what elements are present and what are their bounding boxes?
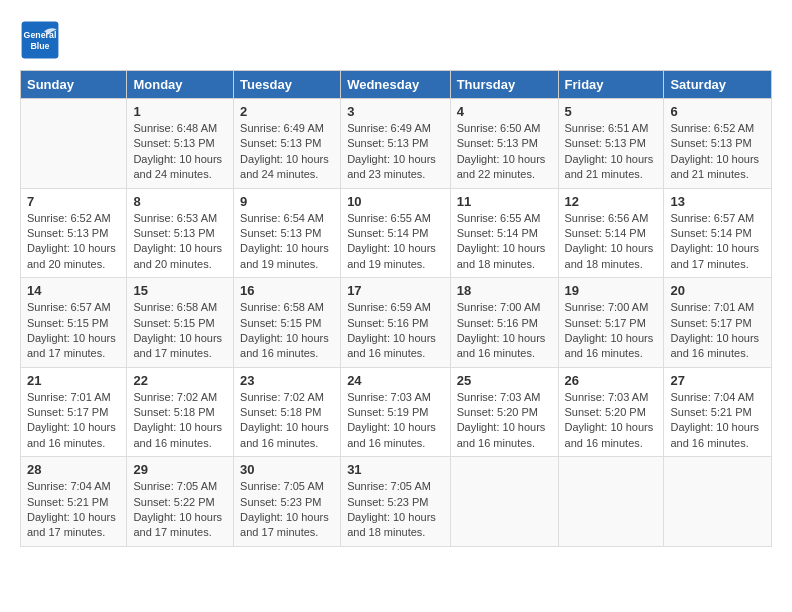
logo: General Blue: [20, 20, 64, 60]
calendar-cell: 2Sunrise: 6:49 AMSunset: 5:13 PMDaylight…: [234, 99, 341, 189]
day-info: Sunrise: 7:01 AMSunset: 5:17 PMDaylight:…: [670, 300, 765, 362]
day-number: 18: [457, 283, 552, 298]
weekday-row: SundayMondayTuesdayWednesdayThursdayFrid…: [21, 71, 772, 99]
day-number: 28: [27, 462, 120, 477]
day-number: 2: [240, 104, 334, 119]
calendar-week-2: 7Sunrise: 6:52 AMSunset: 5:13 PMDaylight…: [21, 188, 772, 278]
day-info: Sunrise: 6:54 AMSunset: 5:13 PMDaylight:…: [240, 211, 334, 273]
calendar-table: SundayMondayTuesdayWednesdayThursdayFrid…: [20, 70, 772, 547]
calendar-cell: [21, 99, 127, 189]
day-number: 5: [565, 104, 658, 119]
calendar-cell: 12Sunrise: 6:56 AMSunset: 5:14 PMDayligh…: [558, 188, 664, 278]
day-number: 29: [133, 462, 227, 477]
calendar-cell: 14Sunrise: 6:57 AMSunset: 5:15 PMDayligh…: [21, 278, 127, 368]
day-number: 16: [240, 283, 334, 298]
day-info: Sunrise: 7:02 AMSunset: 5:18 PMDaylight:…: [240, 390, 334, 452]
day-info: Sunrise: 7:01 AMSunset: 5:17 PMDaylight:…: [27, 390, 120, 452]
calendar-cell: 5Sunrise: 6:51 AMSunset: 5:13 PMDaylight…: [558, 99, 664, 189]
day-info: Sunrise: 6:55 AMSunset: 5:14 PMDaylight:…: [457, 211, 552, 273]
calendar-header: SundayMondayTuesdayWednesdayThursdayFrid…: [21, 71, 772, 99]
calendar-cell: 31Sunrise: 7:05 AMSunset: 5:23 PMDayligh…: [341, 457, 451, 547]
calendar-cell: 19Sunrise: 7:00 AMSunset: 5:17 PMDayligh…: [558, 278, 664, 368]
day-number: 3: [347, 104, 444, 119]
day-info: Sunrise: 7:02 AMSunset: 5:18 PMDaylight:…: [133, 390, 227, 452]
day-number: 4: [457, 104, 552, 119]
day-number: 7: [27, 194, 120, 209]
calendar-week-4: 21Sunrise: 7:01 AMSunset: 5:17 PMDayligh…: [21, 367, 772, 457]
day-info: Sunrise: 6:57 AMSunset: 5:14 PMDaylight:…: [670, 211, 765, 273]
weekday-header-saturday: Saturday: [664, 71, 772, 99]
day-number: 11: [457, 194, 552, 209]
day-number: 9: [240, 194, 334, 209]
calendar-cell: 9Sunrise: 6:54 AMSunset: 5:13 PMDaylight…: [234, 188, 341, 278]
day-info: Sunrise: 6:49 AMSunset: 5:13 PMDaylight:…: [240, 121, 334, 183]
calendar-cell: 10Sunrise: 6:55 AMSunset: 5:14 PMDayligh…: [341, 188, 451, 278]
calendar-cell: 3Sunrise: 6:49 AMSunset: 5:13 PMDaylight…: [341, 99, 451, 189]
calendar-cell: 8Sunrise: 6:53 AMSunset: 5:13 PMDaylight…: [127, 188, 234, 278]
weekday-header-wednesday: Wednesday: [341, 71, 451, 99]
day-info: Sunrise: 6:50 AMSunset: 5:13 PMDaylight:…: [457, 121, 552, 183]
day-info: Sunrise: 7:05 AMSunset: 5:23 PMDaylight:…: [347, 479, 444, 541]
day-info: Sunrise: 7:05 AMSunset: 5:23 PMDaylight:…: [240, 479, 334, 541]
calendar-cell: 1Sunrise: 6:48 AMSunset: 5:13 PMDaylight…: [127, 99, 234, 189]
day-info: Sunrise: 6:57 AMSunset: 5:15 PMDaylight:…: [27, 300, 120, 362]
day-info: Sunrise: 6:49 AMSunset: 5:13 PMDaylight:…: [347, 121, 444, 183]
day-number: 10: [347, 194, 444, 209]
day-info: Sunrise: 7:05 AMSunset: 5:22 PMDaylight:…: [133, 479, 227, 541]
day-number: 14: [27, 283, 120, 298]
calendar-cell: 21Sunrise: 7:01 AMSunset: 5:17 PMDayligh…: [21, 367, 127, 457]
day-info: Sunrise: 6:53 AMSunset: 5:13 PMDaylight:…: [133, 211, 227, 273]
day-number: 30: [240, 462, 334, 477]
calendar-cell: 11Sunrise: 6:55 AMSunset: 5:14 PMDayligh…: [450, 188, 558, 278]
day-info: Sunrise: 6:59 AMSunset: 5:16 PMDaylight:…: [347, 300, 444, 362]
day-info: Sunrise: 6:51 AMSunset: 5:13 PMDaylight:…: [565, 121, 658, 183]
weekday-header-monday: Monday: [127, 71, 234, 99]
day-number: 20: [670, 283, 765, 298]
calendar-week-1: 1Sunrise: 6:48 AMSunset: 5:13 PMDaylight…: [21, 99, 772, 189]
calendar-cell: 20Sunrise: 7:01 AMSunset: 5:17 PMDayligh…: [664, 278, 772, 368]
calendar-cell: 29Sunrise: 7:05 AMSunset: 5:22 PMDayligh…: [127, 457, 234, 547]
calendar-cell: [664, 457, 772, 547]
day-info: Sunrise: 6:48 AMSunset: 5:13 PMDaylight:…: [133, 121, 227, 183]
logo-icon: General Blue: [20, 20, 60, 60]
day-info: Sunrise: 6:56 AMSunset: 5:14 PMDaylight:…: [565, 211, 658, 273]
calendar-cell: 22Sunrise: 7:02 AMSunset: 5:18 PMDayligh…: [127, 367, 234, 457]
day-number: 6: [670, 104, 765, 119]
calendar-cell: 27Sunrise: 7:04 AMSunset: 5:21 PMDayligh…: [664, 367, 772, 457]
day-info: Sunrise: 6:52 AMSunset: 5:13 PMDaylight:…: [670, 121, 765, 183]
day-info: Sunrise: 6:58 AMSunset: 5:15 PMDaylight:…: [240, 300, 334, 362]
day-number: 27: [670, 373, 765, 388]
calendar-cell: 6Sunrise: 6:52 AMSunset: 5:13 PMDaylight…: [664, 99, 772, 189]
day-number: 1: [133, 104, 227, 119]
day-info: Sunrise: 7:03 AMSunset: 5:19 PMDaylight:…: [347, 390, 444, 452]
calendar-cell: 4Sunrise: 6:50 AMSunset: 5:13 PMDaylight…: [450, 99, 558, 189]
calendar-cell: 13Sunrise: 6:57 AMSunset: 5:14 PMDayligh…: [664, 188, 772, 278]
day-info: Sunrise: 7:04 AMSunset: 5:21 PMDaylight:…: [670, 390, 765, 452]
day-number: 8: [133, 194, 227, 209]
day-number: 13: [670, 194, 765, 209]
day-info: Sunrise: 6:52 AMSunset: 5:13 PMDaylight:…: [27, 211, 120, 273]
calendar-cell: 23Sunrise: 7:02 AMSunset: 5:18 PMDayligh…: [234, 367, 341, 457]
calendar-cell: 15Sunrise: 6:58 AMSunset: 5:15 PMDayligh…: [127, 278, 234, 368]
calendar-body: 1Sunrise: 6:48 AMSunset: 5:13 PMDaylight…: [21, 99, 772, 547]
day-info: Sunrise: 7:00 AMSunset: 5:17 PMDaylight:…: [565, 300, 658, 362]
calendar-week-5: 28Sunrise: 7:04 AMSunset: 5:21 PMDayligh…: [21, 457, 772, 547]
calendar-cell: 25Sunrise: 7:03 AMSunset: 5:20 PMDayligh…: [450, 367, 558, 457]
calendar-cell: [558, 457, 664, 547]
svg-rect-0: [22, 22, 59, 59]
calendar-cell: 30Sunrise: 7:05 AMSunset: 5:23 PMDayligh…: [234, 457, 341, 547]
calendar-cell: 26Sunrise: 7:03 AMSunset: 5:20 PMDayligh…: [558, 367, 664, 457]
day-info: Sunrise: 7:03 AMSunset: 5:20 PMDaylight:…: [457, 390, 552, 452]
page-header: General Blue: [20, 20, 772, 60]
day-number: 26: [565, 373, 658, 388]
weekday-header-tuesday: Tuesday: [234, 71, 341, 99]
day-info: Sunrise: 7:00 AMSunset: 5:16 PMDaylight:…: [457, 300, 552, 362]
calendar-cell: [450, 457, 558, 547]
calendar-cell: 17Sunrise: 6:59 AMSunset: 5:16 PMDayligh…: [341, 278, 451, 368]
calendar-cell: 16Sunrise: 6:58 AMSunset: 5:15 PMDayligh…: [234, 278, 341, 368]
svg-text:Blue: Blue: [30, 41, 49, 51]
day-number: 21: [27, 373, 120, 388]
day-info: Sunrise: 7:03 AMSunset: 5:20 PMDaylight:…: [565, 390, 658, 452]
weekday-header-sunday: Sunday: [21, 71, 127, 99]
calendar-cell: 7Sunrise: 6:52 AMSunset: 5:13 PMDaylight…: [21, 188, 127, 278]
